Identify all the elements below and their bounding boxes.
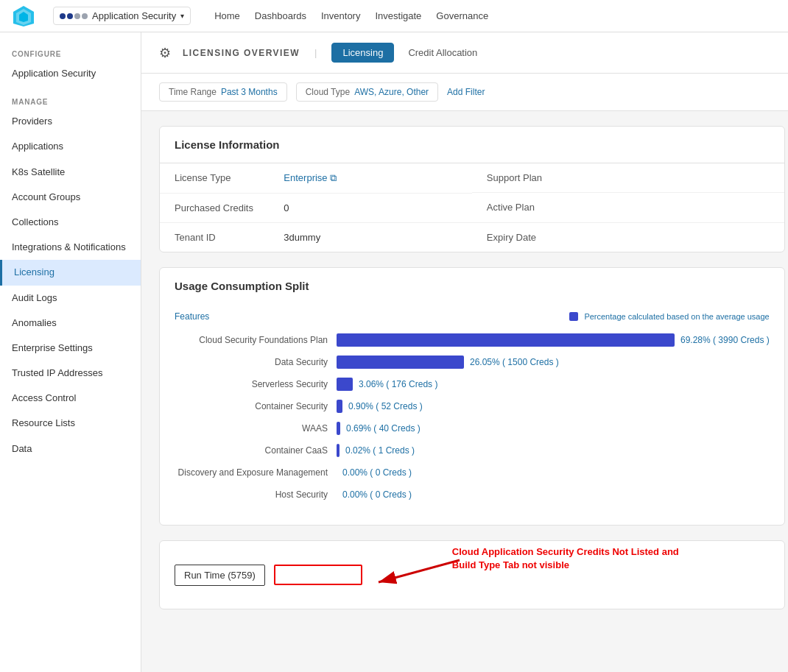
license-table-right: Support Plan Active Plan Expiry Date bbox=[472, 163, 784, 252]
app-dots bbox=[60, 13, 88, 19]
sidebar-item-resource-lists[interactable]: Resource Lists bbox=[0, 411, 141, 436]
nav-link-dashboards[interactable]: Dashboards bbox=[255, 10, 306, 21]
logo-area bbox=[12, 4, 35, 28]
sidebar-item-data[interactable]: Data bbox=[0, 436, 141, 461]
sidebar-item-licensing[interactable]: Licensing bbox=[0, 260, 141, 285]
table-row: Expiry Date bbox=[472, 222, 784, 252]
time-range-value: Past 3 Months bbox=[221, 87, 278, 97]
license-info-title: License Information bbox=[160, 127, 784, 163]
expiry-date-label: Expiry Date bbox=[472, 222, 581, 252]
nav-link-home[interactable]: Home bbox=[214, 10, 240, 21]
bar-track: 26.05% ( 1500 Creds ) bbox=[337, 356, 770, 369]
filter-bar: Time Range Past 3 Months Cloud Type AWS,… bbox=[141, 74, 788, 111]
table-row: Purchased Credits 0 bbox=[160, 194, 472, 223]
chevron-down-icon: ▾ bbox=[180, 12, 184, 20]
sidebar-item-providers[interactable]: Providers bbox=[0, 109, 141, 134]
active-plan-value bbox=[581, 193, 784, 222]
bar-label: Container CaaS bbox=[175, 445, 337, 456]
purchased-credits-value: 0 bbox=[269, 194, 472, 223]
top-nav: Application Security ▾ HomeDashboardsInv… bbox=[0, 0, 788, 32]
bar-fill bbox=[337, 333, 675, 347]
license-type-label: License Type bbox=[160, 163, 269, 194]
app-selector[interactable]: Application Security ▾ bbox=[53, 7, 191, 25]
bar-value: 0.02% ( 1 Creds ) bbox=[345, 445, 415, 456]
purchased-credits-label: Purchased Credits bbox=[160, 194, 269, 223]
sidebar-item-integrations[interactable]: Integrations & Notifications bbox=[0, 235, 141, 260]
app-selector-label: Application Security bbox=[92, 10, 176, 21]
svg-line-4 bbox=[379, 560, 460, 582]
cloud-type-label: Cloud Type bbox=[306, 87, 351, 97]
license-type-value: Enterprise ⧉ bbox=[269, 163, 472, 194]
annotation-text: Cloud Application Security Credits Not L… bbox=[452, 545, 688, 572]
bar-value: 0.00% ( 0 Creds ) bbox=[342, 489, 412, 500]
bar-row: Serverless Security3.06% ( 176 Creds ) bbox=[175, 378, 770, 391]
time-range-filter[interactable]: Time Range Past 3 Months bbox=[159, 82, 287, 102]
bar-label: Discovery and Exposure Management bbox=[175, 467, 337, 478]
header-tabs: Licensing Credit Allocation bbox=[331, 43, 488, 63]
bar-value: 0.69% ( 40 Creds ) bbox=[346, 423, 421, 434]
legend-right: Percentage calculated based on the avera… bbox=[569, 312, 769, 321]
bar-track: 0.90% ( 52 Creds ) bbox=[337, 400, 770, 413]
table-row: License Type Enterprise ⧉ bbox=[160, 163, 472, 194]
bar-label: Data Security bbox=[175, 357, 337, 367]
header-divider: | bbox=[314, 47, 317, 58]
sidebar-item-applications[interactable]: Applications bbox=[0, 134, 141, 159]
bar-track: 3.06% ( 176 Creds ) bbox=[337, 378, 770, 391]
bar-track: 0.00% ( 0 Creds ) bbox=[337, 466, 770, 479]
sidebar-item-k8s-satellite[interactable]: K8s Satellite bbox=[0, 160, 141, 185]
sidebar-item-collections[interactable]: Collections bbox=[0, 210, 141, 235]
bar-track: 0.69% ( 40 Creds ) bbox=[337, 422, 770, 435]
license-info-card: License Information License Type Enterpr… bbox=[159, 126, 785, 252]
sidebar-item-trusted-ip[interactable]: Trusted IP Addresses bbox=[0, 361, 141, 386]
legend-desc: Percentage calculated based on the avera… bbox=[584, 312, 769, 321]
sidebar-item-anomalies[interactable]: Anomalies bbox=[0, 311, 141, 336]
bar-track: 0.00% ( 0 Creds ) bbox=[337, 488, 770, 501]
tab-credit-allocation[interactable]: Credit Allocation bbox=[397, 43, 488, 63]
expiry-date-value bbox=[581, 222, 784, 252]
nav-links: HomeDashboardsInventoryInvestigateGovern… bbox=[214, 10, 488, 21]
add-filter-button[interactable]: Add Filter bbox=[447, 87, 485, 97]
bar-fill bbox=[337, 356, 464, 369]
bar-label: Host Security bbox=[175, 489, 337, 500]
usage-consumption-card: Usage Consumption Split Features Percent… bbox=[159, 267, 785, 526]
bar-row: Data Security26.05% ( 1500 Creds ) bbox=[175, 356, 770, 369]
license-info-grid: License Type Enterprise ⧉ Purchased Cred… bbox=[160, 163, 784, 252]
legend-color-box bbox=[569, 312, 578, 321]
sidebar-item-enterprise-settings[interactable]: Enterprise Settings bbox=[0, 336, 141, 361]
bar-fill bbox=[337, 422, 340, 435]
active-plan-label: Active Plan bbox=[472, 193, 581, 222]
bar-row: Cloud Security Foundations Plan69.28% ( … bbox=[175, 333, 770, 347]
layout: CONFIGURE Application Security MANAGE Pr… bbox=[0, 32, 788, 672]
bar-value: 26.05% ( 1500 Creds ) bbox=[470, 357, 559, 367]
usage-chart-area: Features Percentage calculated based on … bbox=[160, 304, 784, 525]
sidebar-item-account-groups[interactable]: Account Groups bbox=[0, 185, 141, 210]
runtime-input-box[interactable] bbox=[274, 565, 362, 585]
sidebar-item-access-control[interactable]: Access Control bbox=[0, 386, 141, 411]
tab-licensing[interactable]: Licensing bbox=[331, 43, 394, 63]
bar-label: WAAS bbox=[175, 423, 337, 434]
nav-link-inventory[interactable]: Inventory bbox=[321, 10, 360, 21]
table-row: Tenant ID 3dummy bbox=[160, 223, 472, 252]
page-header-title: LICENSING OVERVIEW bbox=[183, 48, 300, 58]
nav-link-governance[interactable]: Governance bbox=[436, 10, 488, 21]
tenant-id-label: Tenant ID bbox=[160, 223, 269, 252]
sidebar-item-audit-logs[interactable]: Audit Logs bbox=[0, 286, 141, 311]
bar-value: 0.00% ( 0 Creds ) bbox=[342, 467, 412, 478]
table-row: Active Plan bbox=[472, 193, 784, 222]
bar-label: Serverless Security bbox=[175, 379, 337, 389]
bar-track: 0.02% ( 1 Creds ) bbox=[337, 444, 770, 457]
page-header: ⚙ LICENSING OVERVIEW | Licensing Credit … bbox=[141, 32, 788, 74]
runtime-label: Run Time (5759) bbox=[175, 565, 265, 586]
nav-link-investigate[interactable]: Investigate bbox=[375, 10, 421, 21]
bar-row: Container CaaS0.02% ( 1 Creds ) bbox=[175, 444, 770, 457]
bar-row: Host Security0.00% ( 0 Creds ) bbox=[175, 488, 770, 501]
bar-value: 69.28% ( 3990 Creds ) bbox=[680, 335, 770, 345]
cloud-type-filter[interactable]: Cloud Type AWS, Azure, Other bbox=[296, 82, 438, 102]
bottom-section: Run Time (5759) Cloud Application Securi… bbox=[159, 540, 785, 609]
bar-fill bbox=[337, 400, 342, 413]
support-plan-label: Support Plan bbox=[472, 163, 581, 193]
bar-value: 3.06% ( 176 Creds ) bbox=[359, 379, 437, 389]
time-range-label: Time Range bbox=[169, 87, 217, 97]
sidebar-item-application-security[interactable]: Application Security bbox=[0, 61, 141, 86]
gear-icon: ⚙ bbox=[159, 45, 171, 61]
